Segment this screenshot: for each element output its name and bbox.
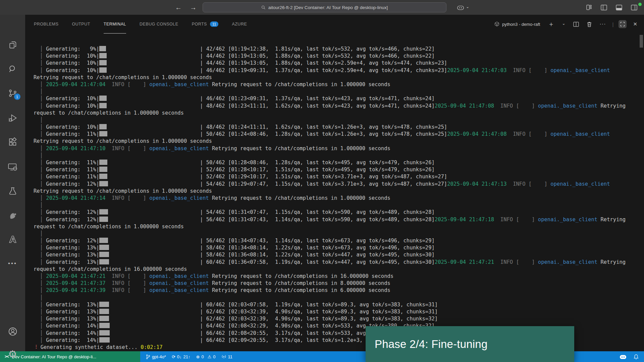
terminal-line: │ Generating: 13%|| 62/462 [02:03<32:39,… xyxy=(34,315,626,322)
copilot-icon[interactable] xyxy=(457,5,464,10)
terminal-line: │ Generating: 12%|| 56/462 [01:31<07:43,… xyxy=(34,216,626,223)
python-terminal-icon xyxy=(494,21,500,27)
source-control-badge: 1 xyxy=(14,94,20,100)
sync-down-count: 0↓ xyxy=(177,354,182,359)
toggle-primary-sidebar-icon[interactable] xyxy=(601,5,607,10)
terminal-line: │ Generating: 9%|| 42/462 [01:19<12:38, … xyxy=(34,46,626,53)
terminal-line: │ xyxy=(34,152,626,159)
ports-count: 11 xyxy=(228,354,233,359)
terminal-line: │ xyxy=(34,88,626,95)
terminal-line: │ Generating: 10%|| 44/462 [01:19<13:05,… xyxy=(34,53,626,60)
terminal-line: request to /chat/completions in 1.000000… xyxy=(34,110,626,117)
terminal-line: │ Generating: 10%|| 44/462 [01:19<13:05,… xyxy=(34,60,626,67)
customize-layout-icon[interactable] xyxy=(586,4,592,10)
panel-actions-separator: | xyxy=(612,21,614,27)
tab-azure[interactable]: AZURE xyxy=(232,15,247,34)
terminal-line: │ 2025-09-04 21:47:21 INFO [ ] openai._b… xyxy=(34,273,626,280)
terminal-line: │ Generating: 11%|| 52/462 [01:29<10:17,… xyxy=(34,173,626,180)
sidebar-item-source-control[interactable]: 1 xyxy=(0,88,25,98)
terminal-line: │ 2025-09-04 21:47:04 INFO [ ] openai._b… xyxy=(34,81,626,88)
close-panel-icon[interactable]: ✕ xyxy=(632,20,639,28)
nav-back-icon[interactable]: ← xyxy=(175,4,182,11)
errors-icon: ⊗ xyxy=(196,354,200,359)
copilot-chevron-icon[interactable]: ⌄ xyxy=(466,4,469,9)
tab-problems[interactable]: PROBLEMS xyxy=(34,15,58,34)
branch-label: gpt-4o* xyxy=(152,354,166,359)
terminal-line: │ xyxy=(34,117,626,124)
terminal-line: │ Generating: 13%|| 58/462 [01:34<08:14,… xyxy=(34,244,626,251)
settings-gear-icon[interactable]: ⚙ xyxy=(0,349,25,359)
sync-icon: ⟳ xyxy=(172,354,175,359)
errors-count: 0 xyxy=(201,354,204,359)
tab-ports[interactable]: PORTS 11 xyxy=(192,15,219,34)
title-bar: ← → aitour26-ft-2 [Dev Container: AI Tou… xyxy=(0,0,644,15)
ports-badge: 11 xyxy=(210,21,218,27)
copilot-status-icon[interactable] xyxy=(619,354,627,360)
sync-status[interactable]: ⟳ 0↓ 21↑ xyxy=(172,354,191,359)
sidebar-item-explorer[interactable] xyxy=(0,40,25,50)
branch-icon xyxy=(146,354,150,359)
kill-terminal-trash-icon[interactable] xyxy=(585,20,593,28)
sidebar-item-remote-explorer[interactable] xyxy=(0,162,25,172)
terminal-line: │ Generating: 13%|| 60/462 [01:36<07:58,… xyxy=(34,259,626,266)
terminal-line: │ Generating: 12%|| 54/462 [01:31<07:47,… xyxy=(34,209,626,216)
terminal-line: Retrying request to /chat/completions in… xyxy=(34,74,626,81)
terminal-line: │ Generating: 11%|| 50/462 [01:28<08:46,… xyxy=(34,159,626,166)
tab-terminal[interactable]: TERMINAL xyxy=(104,15,126,34)
terminal-line: │ Generating: 13%|| 60/462 [02:03<07:58,… xyxy=(34,301,626,308)
terminal-line: request to /chat/completions in 1.000000… xyxy=(34,223,626,230)
terminal-line: │ Generating: 10%|| 48/462 [01:24<11:11,… xyxy=(34,124,626,131)
problems-status[interactable]: ⊗ 0 ⚠ 0 xyxy=(196,354,216,359)
command-center[interactable]: aitour26-ft-2 [Dev Container: AI Tour Re… xyxy=(203,2,446,12)
phase-overlay-text: Phase 2/4: Fine-tuning xyxy=(375,338,487,351)
launch-profile-chevron-icon[interactable]: ⌄ xyxy=(560,20,567,27)
terminal-output[interactable]: │ Generating: 9%|| 42/462 [01:19<12:38, … xyxy=(34,46,626,351)
terminal-line: │ Generating: 10%|| 46/462 [01:23<09:31,… xyxy=(34,95,626,102)
terminal-line: │ Generating: 12%|| 56/462 [01:34<07:43,… xyxy=(34,237,626,244)
terminal-line: │ Generating: 10%|| 46/462 [01:19<09:31,… xyxy=(34,67,626,74)
activity-bar: 1 ••• ⚙ xyxy=(0,15,25,351)
window-title: aitour26-ft-2 [Dev Container: AI Tour Re… xyxy=(268,5,388,10)
accounts-icon[interactable] xyxy=(0,326,25,337)
terminal-line: │ 2025-09-04 21:47:39 INFO [ ] openai._b… xyxy=(34,287,626,294)
more-views-icon[interactable]: ••• xyxy=(0,260,25,267)
split-terminal-icon[interactable] xyxy=(572,20,580,28)
terminal-line: │ xyxy=(34,202,626,209)
terminal-line: │ Generating: 11%|| 50/462 [01:24<08:46,… xyxy=(34,131,626,138)
terminal-profile-selector[interactable]: python3 - demo-raft xyxy=(494,21,540,27)
sidebar-item-run-and-debug[interactable] xyxy=(0,113,25,123)
terminal-line: │ 2025-09-04 21:47:14 INFO [ ] openai._b… xyxy=(34,195,626,202)
terminal-line: request to /chat/completions in 16.00000… xyxy=(34,266,626,273)
terminal-line: │ 2025-09-04 21:47:10 INFO [ ] openai._b… xyxy=(34,145,626,152)
search-icon xyxy=(261,5,266,10)
maximize-panel-icon[interactable] xyxy=(619,20,627,28)
tab-debug-console[interactable]: DEBUG CONSOLE xyxy=(140,15,178,34)
terminal-scrollbar[interactable] xyxy=(640,35,643,48)
tab-output[interactable]: OUTPUT xyxy=(72,15,90,34)
terminal-line: │ Generating: 11%|| 52/462 [01:28<10:17,… xyxy=(34,166,626,173)
terminal-line: Retrying request to /chat/completions in… xyxy=(34,138,626,145)
terminal-line: │ Generating: 10%|| 48/462 [01:23<11:11,… xyxy=(34,103,626,110)
ports-status[interactable]: 11 xyxy=(221,354,233,359)
panel-more-actions-icon[interactable]: ··· xyxy=(598,20,607,28)
sidebar-item-extensions[interactable] xyxy=(0,137,25,147)
nav-forward-icon[interactable]: → xyxy=(190,4,197,11)
ports-icon xyxy=(221,354,226,359)
panel-tabs: PROBLEMS OUTPUT TERMINAL DEBUG CONSOLE P… xyxy=(34,15,247,34)
toggle-secondary-sidebar-icon[interactable] xyxy=(631,5,637,10)
sidebar-item-testing[interactable] xyxy=(0,186,25,196)
panel-header: PROBLEMS OUTPUT TERMINAL DEBUG CONSOLE P… xyxy=(25,15,644,34)
branch-status[interactable]: gpt-4o* xyxy=(146,354,166,359)
phase-overlay: Phase 2/4: Fine-tuning xyxy=(366,326,574,362)
notifications-bell-icon[interactable] xyxy=(634,354,639,360)
sidebar-item-azure[interactable] xyxy=(0,235,25,244)
warnings-icon: ⚠ xyxy=(208,354,212,359)
terminal-line: Retrying request to /chat/completions in… xyxy=(34,188,626,195)
toggle-panel-icon[interactable] xyxy=(616,5,622,10)
new-terminal-icon[interactable]: ＋ xyxy=(546,20,555,28)
terminal-line: │ Generating: 12%|| 54/462 [01:29<07:47,… xyxy=(34,181,626,188)
sidebar-item-search[interactable] xyxy=(0,64,25,74)
sync-up-count: 21↑ xyxy=(183,354,191,359)
terminal-line: │ xyxy=(34,230,626,237)
sidebar-item-ai-toolkit[interactable] xyxy=(0,210,25,220)
